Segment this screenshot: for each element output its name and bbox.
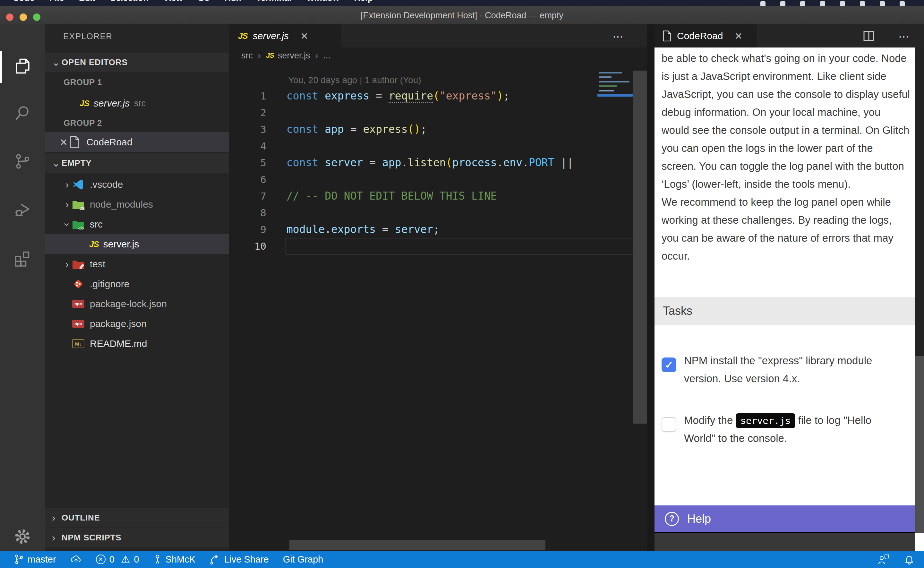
tree-item-test[interactable]: › test [45,254,229,274]
code-line[interactable] [286,171,646,188]
panel-actions-more-icon[interactable]: ⋯ [898,30,910,43]
webview-scrollbar-track-bottom[interactable] [915,533,924,551]
js-file-icon: JS [266,51,274,60]
node-modules-folder-icon: JS [71,197,85,211]
code-line[interactable] [286,204,646,221]
git-icon [71,277,85,291]
explorer-icon[interactable] [0,50,45,83]
code-line[interactable]: const server = app.listen(process.env.PO… [286,154,646,171]
line-number[interactable]: 3 [229,121,266,137]
code-line[interactable]: const express = require("express"); [286,88,646,104]
live-share-user-item[interactable]: ShMcK [153,554,195,565]
line-number[interactable]: 6 [229,171,266,188]
git-graph-item[interactable]: Git Graph [283,554,323,565]
menu-item[interactable]: Run [225,0,241,6]
editor-group1-label: GROUP 1 [63,77,102,87]
outline-section-header[interactable]: › OUTLINE [45,508,229,527]
tree-item-readme[interactable]: M↓ README.md [45,334,229,353]
menu-item[interactable]: View [163,0,183,6]
webview-scrollbar-track[interactable] [915,47,924,356]
js-file-icon: JS [238,31,248,41]
code-line[interactable] [286,104,646,121]
tree-item-package-lock[interactable]: npm package-lock.json [45,294,229,314]
line-number[interactable]: 4 [229,137,266,154]
line-number[interactable]: 10 [229,238,266,254]
gitlens-blame-annotation: You, 20 days ago | 1 author (You) [288,75,421,85]
line-number[interactable]: 1 [229,88,266,104]
menu-item[interactable]: Terminal [256,0,292,6]
live-share-contacts-item[interactable] [877,554,890,565]
menu-item[interactable]: File [50,0,65,6]
code-line[interactable]: const app = express(); [286,121,646,137]
code-line[interactable]: module.exports = server; [286,221,646,238]
line-number[interactable]: 9 [229,221,266,238]
problems-item[interactable]: ✕ 0 ⚠ 0 [96,553,139,565]
coderoad-tab-bar: CodeRoad ✕ ⋯ [654,24,924,47]
menu-item[interactable]: Go [197,0,210,6]
empty-section-header[interactable]: ⌄ EMPTY [45,153,229,173]
menu-item[interactable]: Help [354,0,373,6]
line-number[interactable]: 7 [229,188,266,204]
sync-changes-item[interactable] [70,554,82,565]
webview-scrollbar-thumb[interactable] [915,356,924,533]
test-folder-icon [71,257,85,271]
open-editors-header[interactable]: ⌄ OPEN EDITORS [45,53,229,72]
person-check-icon [877,554,890,565]
open-editor-item-serverjs[interactable]: JS server.js src [45,94,229,113]
line-number[interactable]: 2 [229,104,266,121]
menu-item[interactable]: Window [306,0,339,6]
share-arrow-icon [210,554,220,565]
task2-checkbox[interactable] [662,417,676,432]
menu-item[interactable]: Edit [79,0,95,6]
tree-item-src[interactable]: › </> src [45,215,229,234]
tree-item-serverjs[interactable]: JS server.js [45,234,229,254]
coderoad-paragraph-line: you can open the logs in the lower part … [662,139,910,157]
git-branch-item[interactable]: master [14,554,56,565]
coderoad-panel: CodeRoad ✕ ⋯ be able to check what's goi… [654,24,924,551]
tree-item-node-modules[interactable]: › JS node_modules [45,195,229,215]
menu-item[interactable]: Selection [110,0,149,6]
open-editor-item-coderoad[interactable]: ✕ CodeRoad [45,132,229,152]
coderoad-paragraph-line: working at these challenges. By reading … [662,211,910,229]
code-line[interactable] [286,137,646,154]
task1-checkbox[interactable]: ✓ [662,358,676,372]
breadcrumb[interactable]: src › JS server.js › ... [229,47,647,63]
code-line[interactable] [286,238,646,254]
code-area[interactable]: const express = require("express");const… [286,88,646,254]
tab-serverjs[interactable]: JS server.js ✕ [229,24,341,47]
line-number[interactable]: 5 [229,154,266,171]
help-bar[interactable]: ? Help [654,505,915,532]
live-share-item[interactable]: Live Share [210,554,269,565]
split-editor-icon[interactable] [862,30,875,42]
line-number[interactable]: 8 [229,204,266,221]
editor-gutter[interactable]: 12345678910 [229,88,266,254]
activity-bar [0,24,45,551]
tree-item-gitignore[interactable]: .gitignore [45,274,229,294]
close-icon[interactable]: ✕ [60,137,68,148]
editor-group: JS server.js ✕ ⋯ src › JS server.js › ..… [229,24,647,551]
window-title: [Extension Development Host] - CodeRoad … [0,11,924,21]
source-control-icon[interactable] [0,145,45,178]
notifications-item[interactable] [904,554,914,565]
editor-horizontal-scrollbar[interactable] [289,540,546,550]
settings-gear-icon[interactable] [0,520,45,553]
close-tab-icon[interactable]: ✕ [734,30,742,42]
extensions-icon[interactable] [0,242,45,275]
minimap[interactable] [597,69,633,114]
tab-coderoad[interactable]: CodeRoad ✕ [654,24,757,47]
npm-scripts-section-header[interactable]: › NPM SCRIPTS [45,527,229,547]
editor-actions-more-icon[interactable]: ⋯ [612,30,625,43]
search-icon[interactable] [0,97,45,130]
run-debug-icon[interactable] [0,193,45,226]
tree-item-vscode[interactable]: › .vscode [45,175,229,195]
code-line[interactable]: // -- DO NOT EDIT BELOW THIS LINE [286,188,646,204]
tree-item-package-json[interactable]: npm package.json [45,314,229,334]
coderoad-paragraph-line: you can be aware of the nature of errors… [662,229,910,247]
editor-group2-label: GROUP 2 [63,118,102,128]
editor-vertical-scrollbar[interactable] [633,71,647,424]
menu-item[interactable]: Code [13,0,35,6]
npm-icon: npm [71,317,85,331]
editor-group-divider[interactable] [647,24,654,551]
chevron-right-icon: › [52,532,62,544]
close-tab-icon[interactable]: ✕ [300,30,308,42]
